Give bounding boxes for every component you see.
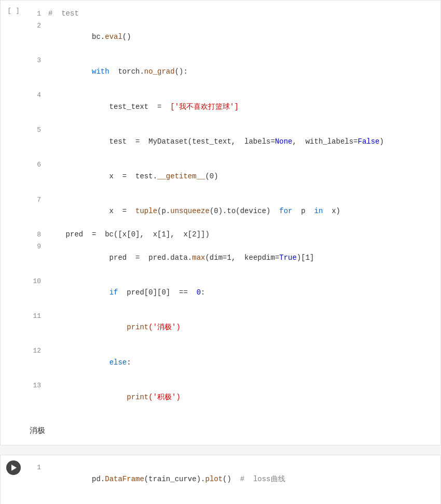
- run-button[interactable]: [6, 460, 21, 475]
- code-line-7: 7 x = tuple(p.unsqueeze(0).to(device) fo…: [26, 194, 435, 229]
- line-num-3: 3: [26, 55, 41, 66]
- code-content-1: 1 # test 2 bc.eval() 3 with torch.no_gra…: [26, 5, 440, 417]
- line-num-2: 2: [26, 21, 41, 32]
- line-10-content: if pred[0][0] == 0:: [48, 275, 435, 310]
- run-line-1-content: pd.DataFrame(train_curve).plot() # loss曲…: [48, 461, 435, 496]
- line-num-10: 10: [26, 276, 41, 287]
- line-num-4: 4: [26, 90, 41, 101]
- code-line-1: 1 # test: [26, 8, 435, 20]
- line-num-8: 8: [26, 230, 41, 241]
- cell-gutter-1: [ ] 1 # test 2 bc.eval() 3 with torch.no…: [1, 1, 440, 422]
- line-2-content: bc.eval(): [48, 20, 435, 54]
- code-line-6: 6 x = test.__getitem__(0): [26, 159, 435, 193]
- line-5-content: test = MyDataset(test_text, labels=None,…: [48, 124, 435, 159]
- code-cell-2: 1 pd.DataFrame(train_curve).plot() # los…: [0, 455, 441, 504]
- run-code-content: 1 pd.DataFrame(train_curve).plot() # los…: [26, 459, 440, 498]
- output-text-xiaoji: 消极: [30, 424, 435, 440]
- code-line-11: 11 print('消极'): [26, 310, 435, 345]
- code-line-5: 5 test = MyDataset(test_text, labels=Non…: [26, 124, 435, 159]
- cell-bracket-1: [ ]: [1, 5, 26, 15]
- line-8-content: pred = bc([x[0], x[1], x[2]]): [48, 229, 435, 240]
- cell-divider: [0, 445, 441, 455]
- code-line-2: 2 bc.eval(): [26, 20, 435, 54]
- line-7-content: x = tuple(p.unsqueeze(0).to(device) for …: [48, 194, 435, 229]
- code-line-10: 10 if pred[0][0] == 0:: [26, 275, 435, 310]
- line-9-content: pred = pred.data.max(dim=1, keepdim=True…: [48, 241, 435, 275]
- cell-run-row: 1 pd.DataFrame(train_curve).plot() # los…: [1, 455, 440, 502]
- line-num-1: 1: [26, 9, 41, 20]
- cell-1-output: 消极: [1, 422, 440, 445]
- line-num-11: 11: [26, 311, 41, 322]
- line-13-content: print('积极'): [48, 380, 435, 414]
- line-num-12: 12: [26, 346, 41, 357]
- line-num-5: 5: [26, 125, 41, 136]
- line-4-content: test_text = ['我不喜欢打篮球']: [48, 89, 435, 124]
- line-11-content: print('消极'): [48, 310, 435, 345]
- line-num-7: 7: [26, 195, 41, 206]
- run-line-num-1: 1: [26, 463, 41, 473]
- code-line-8: 8 pred = bc([x[0], x[1], x[2]]): [26, 229, 435, 241]
- line-num-13: 13: [26, 381, 41, 391]
- line-12-content: else:: [48, 345, 435, 380]
- run-code-line-1: 1 pd.DataFrame(train_curve).plot() # los…: [26, 461, 435, 496]
- line-num-9: 9: [26, 242, 41, 253]
- code-line-12: 12 else:: [26, 345, 435, 380]
- code-line-9: 9 pred = pred.data.max(dim=1, keepdim=Tr…: [26, 241, 435, 275]
- code-line-13: 13 print('积极'): [26, 380, 435, 414]
- code-cell-1: [ ] 1 # test 2 bc.eval() 3 with torch.no…: [0, 0, 441, 445]
- code-line-4: 4 test_text = ['我不喜欢打篮球']: [26, 89, 435, 124]
- line-num-6: 6: [26, 160, 41, 171]
- code-line-3: 3 with torch.no_grad():: [26, 54, 435, 89]
- line-6-content: x = test.__getitem__(0): [48, 159, 435, 193]
- line-1-content: # test: [48, 8, 435, 19]
- line-3-content: with torch.no_grad():: [48, 54, 435, 89]
- run-button-area[interactable]: [1, 459, 26, 475]
